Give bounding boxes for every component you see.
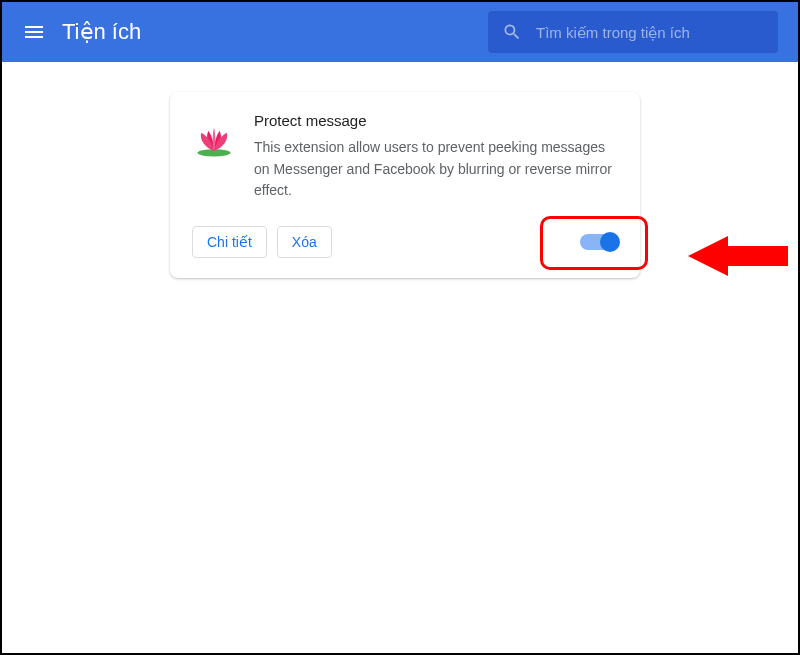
extension-description: This extension allow users to prevent pe… xyxy=(254,137,618,202)
search-container[interactable] xyxy=(488,11,778,53)
menu-icon[interactable] xyxy=(22,20,46,44)
card-actions: Chi tiết Xóa xyxy=(192,226,618,258)
toggle-container xyxy=(580,234,618,250)
search-icon xyxy=(502,22,522,42)
app-header: Tiện ích xyxy=(2,2,798,62)
remove-button[interactable]: Xóa xyxy=(277,226,332,258)
lotus-icon xyxy=(192,118,236,162)
search-input[interactable] xyxy=(536,24,764,41)
content-area: Protect message This extension allow use… xyxy=(2,62,798,278)
extension-name: Protect message xyxy=(254,112,618,129)
details-button[interactable]: Chi tiết xyxy=(192,226,267,258)
extension-card: Protect message This extension allow use… xyxy=(170,92,640,278)
card-top: Protect message This extension allow use… xyxy=(192,112,618,202)
page-title: Tiện ích xyxy=(62,19,488,45)
enable-toggle[interactable] xyxy=(580,234,618,250)
extension-info: Protect message This extension allow use… xyxy=(254,112,618,202)
annotation-arrow-icon xyxy=(688,231,788,285)
toggle-knob xyxy=(600,232,620,252)
